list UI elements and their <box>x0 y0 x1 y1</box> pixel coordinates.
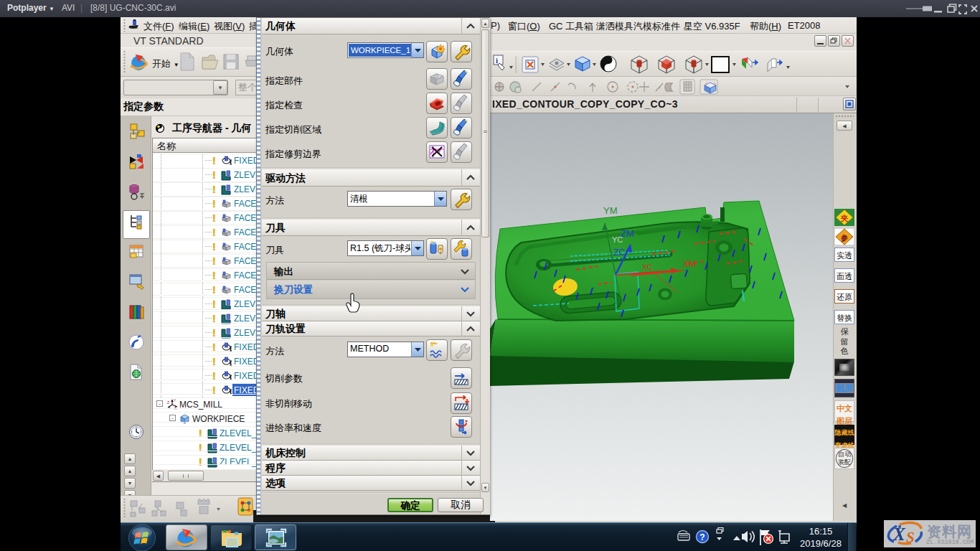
svg-text:Z: Z <box>167 400 169 405</box>
svg-text:YM: YM <box>603 205 618 216</box>
svg-text:ZC: ZC <box>613 248 625 258</box>
svg-text:参: 参 <box>840 234 848 242</box>
svg-text:Y: Y <box>174 399 176 402</box>
svg-text:X: X <box>892 524 906 544</box>
svg-text:YC: YC <box>612 235 623 244</box>
svg-text:XM: XM <box>682 258 697 269</box>
svg-text:ZL.XS1616.COM: ZL.XS1616.COM <box>926 539 974 546</box>
svg-text:S: S <box>906 529 915 546</box>
svg-text:资料网: 资料网 <box>927 524 972 540</box>
svg-text:夹: 夹 <box>841 214 849 222</box>
svg-text:?: ? <box>699 532 705 542</box>
svg-text:XC: XC <box>642 263 652 271</box>
svg-text:i: i <box>496 56 498 65</box>
